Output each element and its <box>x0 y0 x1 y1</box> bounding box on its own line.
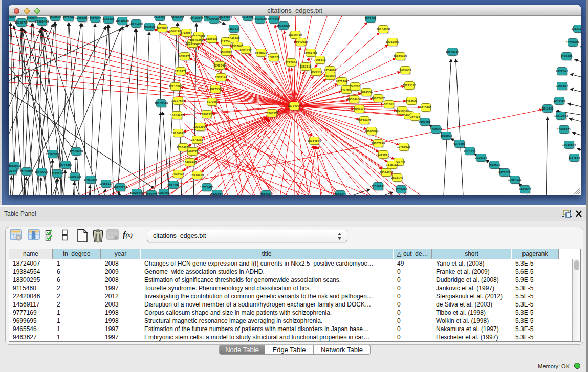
svg-text:817006: 817006 <box>207 100 217 103</box>
svg-text:12213363: 12213363 <box>169 85 183 88</box>
svg-text:13325419: 13325419 <box>289 33 302 36</box>
svg-text:8471626: 8471626 <box>498 171 510 174</box>
svg-text:12923448: 12923448 <box>130 191 144 194</box>
svg-text:1615112: 1615112 <box>386 163 398 166</box>
svg-text:7515526: 7515526 <box>143 25 155 28</box>
svg-text:2718172: 2718172 <box>175 70 186 73</box>
svg-text:1145134: 1145134 <box>52 172 64 175</box>
svg-text:2803144: 2803144 <box>215 76 227 79</box>
svg-text:9931549: 9931549 <box>9 169 18 172</box>
svg-text:9777169: 9777169 <box>336 80 347 83</box>
svg-text:1733426: 1733426 <box>395 188 407 191</box>
svg-text:8186323: 8186323 <box>206 37 217 40</box>
svg-text:2935114: 2935114 <box>475 156 488 159</box>
svg-text:12213967: 12213967 <box>386 40 400 43</box>
svg-text:8215955: 8215955 <box>541 107 553 110</box>
svg-text:10654912: 10654912 <box>170 114 184 117</box>
svg-text:7663822: 7663822 <box>156 27 168 30</box>
svg-text:1527602: 1527602 <box>89 17 101 20</box>
svg-text:16782759: 16782759 <box>114 186 127 189</box>
svg-text:1167534: 1167534 <box>569 156 581 159</box>
svg-text:19756928: 19756928 <box>397 145 411 148</box>
svg-text:16033809: 16033809 <box>207 18 221 21</box>
svg-text:1546908: 1546908 <box>228 37 239 40</box>
svg-text:3712957: 3712957 <box>180 31 192 34</box>
svg-text:16961758: 16961758 <box>304 51 318 54</box>
svg-text:9657791: 9657791 <box>167 183 179 186</box>
svg-text:19384554: 19384554 <box>308 139 321 142</box>
svg-text:9463627: 9463627 <box>9 16 16 19</box>
svg-text:11156829: 11156829 <box>20 170 33 173</box>
svg-text:7625402: 7625402 <box>172 172 184 176</box>
svg-text:7485003: 7485003 <box>399 69 411 72</box>
svg-text:14569117: 14569117 <box>171 16 184 19</box>
svg-text:9384067: 9384067 <box>377 153 389 156</box>
svg-text:6379197: 6379197 <box>453 142 465 145</box>
svg-text:5498222: 5498222 <box>186 150 198 153</box>
svg-text:19166822: 19166822 <box>171 132 185 135</box>
svg-text:10975887: 10975887 <box>59 163 73 166</box>
svg-text:16671355: 16671355 <box>129 22 143 25</box>
svg-text:9474444: 9474444 <box>464 149 476 152</box>
svg-text:9245078: 9245078 <box>145 193 157 195</box>
svg-text:9660128: 9660128 <box>169 30 181 33</box>
svg-text:18267110: 18267110 <box>200 113 213 116</box>
svg-text:10654122: 10654122 <box>508 178 522 181</box>
svg-text:9699695: 9699695 <box>419 120 430 123</box>
svg-text:10688609: 10688609 <box>365 129 379 133</box>
svg-text:984401: 984401 <box>410 115 420 118</box>
svg-text:7955812: 7955812 <box>314 58 325 61</box>
svg-text:20691406: 20691406 <box>35 20 49 23</box>
svg-text:3824554: 3824554 <box>360 91 373 94</box>
svg-text:746266: 746266 <box>350 85 360 88</box>
svg-text:11516141: 11516141 <box>372 185 385 188</box>
svg-text:28053346: 28053346 <box>155 102 168 105</box>
svg-text:7632621: 7632621 <box>488 163 500 166</box>
svg-text:9463627: 9463627 <box>405 99 417 102</box>
svg-text:10719185: 10719185 <box>116 19 129 23</box>
svg-text:10543362: 10543362 <box>190 38 204 41</box>
svg-text:10807487: 10807487 <box>372 97 385 100</box>
svg-text:18807249: 18807249 <box>372 142 385 145</box>
svg-text:1244415: 1244415 <box>553 99 565 102</box>
svg-text:8454749: 8454749 <box>239 48 251 51</box>
svg-text:9699695: 9699695 <box>49 16 61 18</box>
svg-text:8093451: 8093451 <box>334 193 346 195</box>
svg-text:2087662: 2087662 <box>364 17 376 20</box>
svg-text:10107554: 10107554 <box>171 99 185 102</box>
svg-text:17957225: 17957225 <box>84 178 98 181</box>
svg-text:1092450: 1092450 <box>158 191 169 194</box>
svg-text:9146821: 9146821 <box>255 51 267 54</box>
svg-text:19218506: 19218506 <box>277 24 291 27</box>
svg-text:9465546: 9465546 <box>26 16 38 19</box>
svg-text:15716485: 15716485 <box>200 186 214 189</box>
svg-text:17359928: 17359928 <box>70 150 83 153</box>
svg-text:15720407: 15720407 <box>358 119 372 122</box>
svg-text:18724007: 18724007 <box>288 104 301 107</box>
svg-text:1209387: 1209387 <box>556 84 568 87</box>
svg-text:9129034: 9129034 <box>211 192 223 195</box>
svg-text:9227341: 9227341 <box>556 70 568 73</box>
svg-text:12505135: 12505135 <box>68 175 82 178</box>
svg-text:10648784: 10648784 <box>446 50 460 53</box>
svg-text:9129986: 9129986 <box>560 55 572 58</box>
svg-text:1640954: 1640954 <box>430 128 442 131</box>
svg-text:18055724: 18055724 <box>15 21 29 24</box>
svg-text:9218506: 9218506 <box>242 16 253 18</box>
svg-text:3578332: 3578332 <box>191 138 203 141</box>
svg-text:15751074: 15751074 <box>566 41 580 44</box>
svg-text:22420046: 22420046 <box>190 16 204 19</box>
svg-text:7986372: 7986372 <box>353 107 365 111</box>
svg-text:9836172: 9836172 <box>179 55 190 58</box>
svg-text:9777169: 9777169 <box>62 16 74 19</box>
svg-text:17016504: 17016504 <box>562 143 576 146</box>
svg-text:15692971: 15692971 <box>557 128 571 131</box>
svg-text:1362615: 1362615 <box>299 65 311 68</box>
svg-text:8222034: 8222034 <box>285 61 297 64</box>
svg-text:9245652: 9245652 <box>519 188 531 191</box>
svg-text:2522140: 2522140 <box>391 176 403 179</box>
svg-text:9827552: 9827552 <box>209 87 221 91</box>
svg-text:7357214: 7357214 <box>228 27 240 30</box>
svg-text:8822045: 8822045 <box>260 193 272 195</box>
svg-text:621605: 621605 <box>384 103 394 106</box>
